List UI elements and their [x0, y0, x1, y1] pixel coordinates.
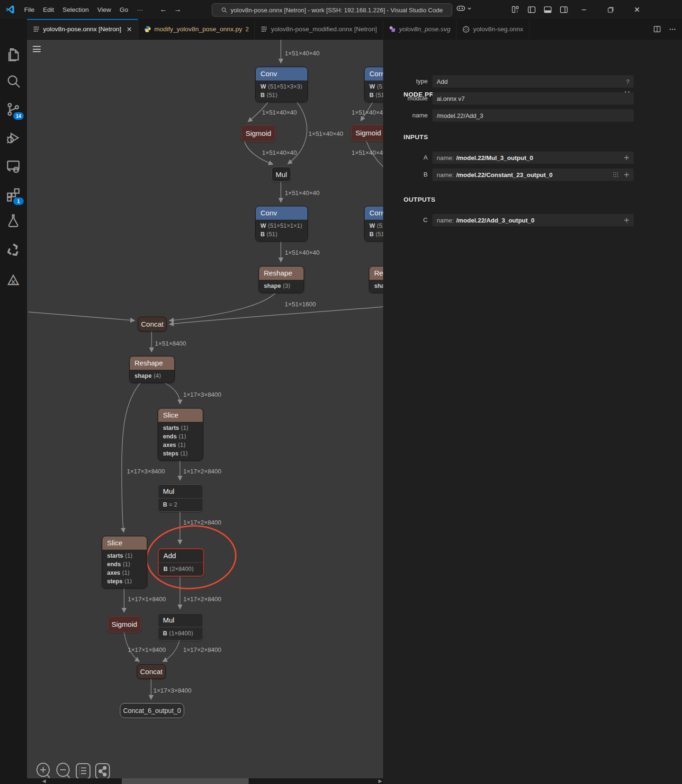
- field-module-label: module: [383, 92, 428, 105]
- menu-item-edit[interactable]: Edit: [39, 4, 58, 15]
- copilot-button[interactable]: [456, 4, 472, 13]
- node-attr: axes ⟨1⟩: [102, 569, 147, 577]
- activity-item-run-debug[interactable]: [5, 129, 22, 146]
- attr-value: ⟨1⟩: [125, 552, 133, 559]
- activity-item-tools-extension[interactable]: [5, 272, 22, 289]
- menu-item-view[interactable]: View: [93, 4, 116, 15]
- edge-label: 1×51×40×40: [308, 130, 343, 137]
- edge-label: 1×17×2×8400: [183, 519, 222, 526]
- editor-tab-bar: yolov8n-pose.onnx [Netron]✕modify_yolov8…: [27, 19, 682, 40]
- tab-yolov8n-pose-onnx-netron-[interactable]: yolov8n-pose.onnx [Netron]✕: [27, 19, 138, 39]
- scroll-left-arrow[interactable]: ◀: [42, 778, 46, 784]
- tab-yolov8n-pose-svg[interactable]: yolov8n_pose.svg: [383, 19, 457, 39]
- node-output-concat-6[interactable]: Concat_6_output_0: [120, 703, 184, 718]
- attr-name: ends: [107, 561, 121, 568]
- field-type-value[interactable]: Add?: [432, 75, 634, 88]
- activity-item-remote-explorer[interactable]: [5, 158, 22, 175]
- node-attr: shape ⟨3⟩: [259, 282, 304, 290]
- toggle-secondary-sidebar-icon[interactable]: [558, 4, 569, 15]
- node-reshape-1[interactable]: Reshapeshape ⟨3⟩: [259, 266, 304, 293]
- plus-icon[interactable]: [624, 155, 629, 160]
- node-sigmoid-3[interactable]: Sigmoid: [108, 616, 141, 633]
- activity-item-source-control[interactable]: 14: [5, 101, 22, 118]
- menu-item-[interactable]: ···: [133, 4, 148, 15]
- outline-list-button[interactable]: [75, 763, 91, 780]
- tab-modify-yolov8n-pose-onnx-py[interactable]: modify_yolov8n_pose_onnx.py2: [138, 19, 255, 39]
- search-icon: [221, 7, 227, 13]
- more-actions-icon[interactable]: [669, 26, 676, 33]
- node-reshape-2[interactable]: Reshapeshape ⟨4⟩: [129, 356, 175, 383]
- node-slice-1[interactable]: Slicestarts ⟨1⟩ends ⟨1⟩axes ⟨1⟩steps ⟨1⟩: [158, 408, 203, 461]
- activity-item-extensions[interactable]: 1: [5, 186, 22, 203]
- tab-yolov8n-pose-modified-onnx-netron-[interactable]: yolov8n-pose_modified.onnx [Netron]: [255, 19, 383, 39]
- attr-name: W: [260, 83, 266, 90]
- node-mul-3[interactable]: MulB ⟨1×8400⟩: [158, 613, 203, 641]
- node-concat-2[interactable]: Concat: [137, 664, 166, 679]
- close-button[interactable]: ✕: [624, 0, 650, 19]
- badge-source-control: 14: [13, 112, 24, 120]
- scroll-right-arrow[interactable]: ▶: [378, 778, 382, 784]
- customize-layout-icon[interactable]: [510, 4, 521, 15]
- edge-label: 1×51×8400: [155, 340, 186, 347]
- node-conv-1-right[interactable]: ConvW ⟨51×51×3×3⟩B ⟨51⟩: [364, 67, 383, 102]
- menu-item-selection[interactable]: Selection: [58, 4, 93, 15]
- attr-name: B: [260, 231, 265, 238]
- node-concat-1[interactable]: Concat: [138, 317, 167, 331]
- split-editor-icon[interactable]: [653, 25, 661, 33]
- node-conv-1[interactable]: ConvW ⟨51×51×3×3⟩B ⟨51⟩: [255, 67, 308, 102]
- edge-label: 1×17×1×8400: [128, 596, 166, 603]
- node-sigmoid-1[interactable]: Sigmoid: [241, 125, 276, 142]
- node-add[interactable]: AddB ⟨2×8400⟩: [158, 548, 204, 577]
- plus-icon[interactable]: [624, 217, 629, 223]
- graph-menu-icon[interactable]: [33, 46, 41, 52]
- grid-icon[interactable]: [613, 172, 619, 178]
- attr-name: B: [369, 92, 374, 98]
- activity-item-explorer[interactable]: [5, 46, 22, 63]
- forward-arrow[interactable]: →: [174, 5, 181, 14]
- field-module-value[interactable]: ai.onnx v7: [432, 92, 634, 105]
- toggle-primary-sidebar-icon[interactable]: [526, 4, 537, 15]
- field-name-value[interactable]: /model.22/Add_3: [432, 109, 634, 122]
- node-attributes: shape ⟨4⟩: [130, 370, 174, 383]
- back-arrow[interactable]: ←: [160, 5, 167, 14]
- scrollbar-thumb[interactable]: [122, 778, 249, 784]
- tab-yolov8n-seg-onnx[interactable]: yolov8n-seg.onnx: [457, 19, 529, 39]
- io-b-value[interactable]: name:/model.22/Constant_23_output_0: [432, 169, 634, 181]
- node-mul-2[interactable]: MulB = 2: [158, 484, 203, 512]
- attr-name: starts: [107, 552, 123, 559]
- zoom-out-button[interactable]: [55, 763, 72, 780]
- activity-item-search[interactable]: [5, 72, 22, 89]
- menu-bar: FileEditSelectionViewGo···: [20, 4, 147, 15]
- node-attr: ends ⟨1⟩: [102, 560, 147, 569]
- node-slice-2[interactable]: Slicestarts ⟨1⟩ends ⟨1⟩axes ⟨1⟩steps ⟨1⟩: [102, 536, 147, 588]
- edge-label: 1×17×2×8400: [183, 468, 222, 475]
- menu-item-file[interactable]: File: [20, 4, 39, 15]
- toggle-panel-icon[interactable]: [542, 4, 553, 15]
- minimize-button[interactable]: –: [571, 0, 597, 19]
- io-a-value[interactable]: name:/model.22/Mul_3_output_0: [432, 151, 634, 164]
- share-graph-button[interactable]: [95, 763, 110, 780]
- help-icon[interactable]: ?: [626, 78, 629, 85]
- tabs: yolov8n-pose.onnx [Netron]✕modify_yolov8…: [27, 19, 529, 40]
- horizontal-scrollbar[interactable]: ◀ ▶: [27, 778, 383, 784]
- activity-item-onnx-extension[interactable]: [5, 241, 22, 258]
- restore-button[interactable]: [597, 0, 624, 19]
- title-bar: FileEditSelectionViewGo··· ← → yolov8n-p…: [0, 0, 682, 19]
- node-sigmoid-2[interactable]: Sigmoid: [351, 125, 383, 141]
- io-c-value[interactable]: name:/model.22/Add_3_output_0: [432, 214, 634, 226]
- node-conv-2-right[interactable]: ConvW ⟨51×51×1×1⟩B ⟨51⟩: [364, 206, 383, 241]
- plus-icon[interactable]: [624, 172, 629, 178]
- close-icon[interactable]: ✕: [126, 26, 132, 33]
- menu-item-go[interactable]: Go: [116, 4, 133, 15]
- zoom-in-button[interactable]: [36, 763, 52, 780]
- attr-value: ⟨51⟩: [267, 231, 278, 238]
- attr-value: ⟨1⟩: [179, 433, 187, 440]
- node-mul-1[interactable]: Mul: [271, 167, 291, 182]
- attr-value: ⟨3⟩: [283, 283, 291, 289]
- command-center-search[interactable]: yolov8n-pose.onnx [Netron] - work [SSH: …: [212, 3, 452, 17]
- node-conv-2[interactable]: ConvW ⟨51×51×1×1⟩B ⟨51⟩: [255, 206, 308, 241]
- netron-graph-canvas[interactable]: 1×51×40×401×51×40×401×51×40×401×51×40×40…: [27, 40, 383, 784]
- node-title: Add: [159, 549, 203, 563]
- activity-item-testing[interactable]: [5, 212, 22, 229]
- node-reshape-1-right[interactable]: Reshapeshape ⟨3⟩: [369, 266, 383, 293]
